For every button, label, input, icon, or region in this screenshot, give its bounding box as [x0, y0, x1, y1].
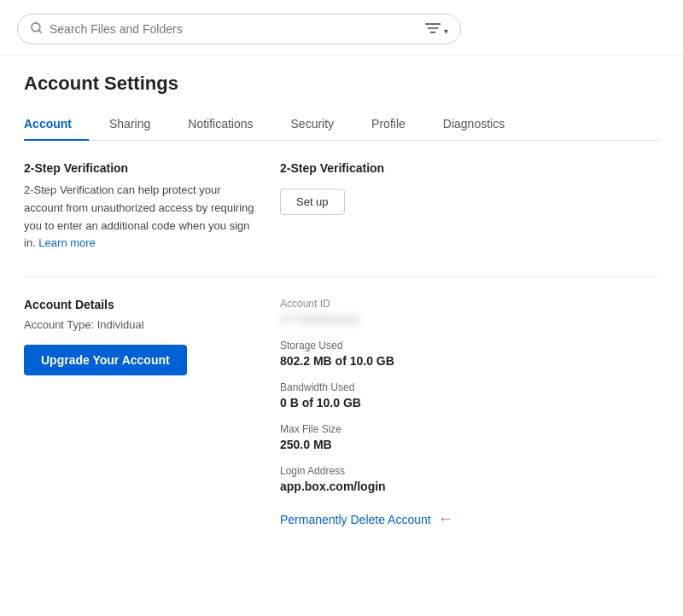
tab-diagnostics[interactable]: Diagnostics [443, 108, 522, 141]
search-input[interactable] [50, 22, 425, 36]
two-step-description: 2-Step Verification can help protect you… [24, 182, 254, 253]
arrow-indicator-icon: ← [438, 510, 453, 528]
two-step-left: 2-Step Verification 2-Step Verification … [24, 161, 280, 253]
login-address-label: Login Address [280, 465, 659, 477]
two-step-section: 2-Step Verification 2-Step Verification … [24, 161, 659, 277]
two-step-right: 2-Step Verification Set up [280, 161, 659, 253]
max-file-size-label: Max File Size [280, 423, 659, 435]
delete-account-link[interactable]: Permanently Delete Account [280, 513, 431, 526]
account-details-left: Account Details Account Type: Individual… [24, 298, 280, 528]
svg-line-1 [38, 30, 41, 32]
login-address-value: app.box.com/login [280, 479, 659, 493]
account-details-section: Account Details Account Type: Individual… [24, 298, 659, 545]
account-type-label: Account Type: Individual [24, 318, 254, 331]
bandwidth-used-value: 0 B of 10.0 GB [280, 396, 659, 410]
account-details-heading: Account Details [24, 298, 254, 311]
two-step-right-heading: 2-Step Verification [280, 161, 659, 175]
tab-security[interactable]: Security [291, 108, 352, 141]
page-content: Account Settings Account Sharing Notific… [0, 55, 683, 562]
search-bar[interactable]: ▾ [17, 14, 461, 44]
page-title: Account Settings [24, 73, 659, 95]
learn-more-link[interactable]: Learn more [38, 236, 95, 249]
filter-icon[interactable]: ▾ [425, 22, 448, 37]
upgrade-account-button[interactable]: Upgrade Your Account [24, 345, 187, 375]
bandwidth-used-label: Bandwidth Used [280, 381, 659, 393]
storage-used-row: Storage Used 802.2 MB of 10.0 GB [280, 340, 659, 368]
tab-sharing[interactable]: Sharing [109, 108, 167, 141]
bandwidth-used-row: Bandwidth Used 0 B of 10.0 GB [280, 381, 659, 410]
setup-button[interactable]: Set up [280, 189, 345, 215]
storage-used-label: Storage Used [280, 340, 659, 352]
max-file-size-row: Max File Size 250.0 MB [280, 423, 659, 451]
storage-used-value: 802.2 MB of 10.0 GB [280, 354, 659, 368]
max-file-size-value: 250.0 MB [280, 438, 659, 451]
tab-bar: Account Sharing Notifications Security P… [24, 108, 659, 141]
tab-account[interactable]: Account [24, 108, 89, 141]
account-id-label: Account ID [280, 298, 659, 310]
account-details-right: Account ID 8773699999992 Storage Used 80… [280, 298, 659, 528]
tab-profile[interactable]: Profile [371, 108, 423, 141]
search-bar-container: ▾ [0, 0, 683, 55]
search-icon [30, 21, 43, 37]
account-id-value: 8773699999992 [280, 313, 659, 326]
delete-account-row: Permanently Delete Account ← [280, 510, 659, 528]
two-step-heading: 2-Step Verification [24, 161, 254, 175]
login-address-row: Login Address app.box.com/login [280, 465, 659, 493]
tab-notifications[interactable]: Notifications [188, 108, 270, 141]
